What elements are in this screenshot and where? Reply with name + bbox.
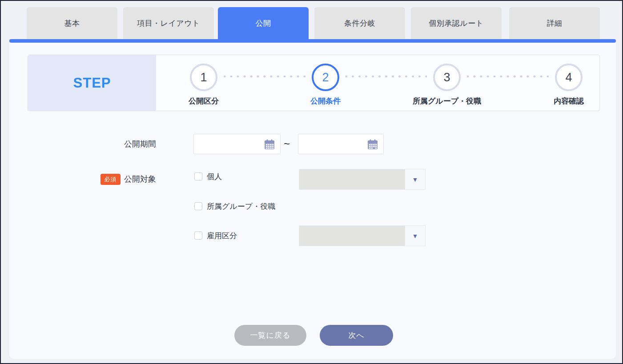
back-to-list-button[interactable]: 一覧に戻る bbox=[234, 325, 306, 346]
publish-period-label: 公開期間 bbox=[124, 134, 156, 154]
individual-dropdown[interactable]: ▼ bbox=[299, 169, 426, 190]
step-4-circle: 4 bbox=[555, 64, 583, 91]
step-2-label: 公開条件 bbox=[310, 96, 341, 106]
step-connector-2 bbox=[346, 75, 427, 78]
publish-target-label: 公開対象 bbox=[124, 169, 156, 190]
chevron-down-icon: ▼ bbox=[405, 226, 425, 246]
step-1-label: 公開区分 bbox=[189, 96, 219, 106]
required-badge: 必須 bbox=[100, 174, 121, 185]
next-button[interactable]: 次へ bbox=[320, 325, 393, 346]
tab-basic[interactable]: 基本 bbox=[27, 7, 117, 40]
tab-conditional-branch[interactable]: 条件分岐 bbox=[314, 7, 405, 40]
tab-individual-approval-route[interactable]: 個別承認ルート bbox=[411, 7, 502, 40]
employment-type-dropdown[interactable]: ▼ bbox=[299, 225, 426, 246]
checkbox-group-role-label: 所属グループ・役職 bbox=[207, 199, 275, 214]
active-tab-underline bbox=[9, 39, 616, 43]
stepper: STEP 1 2 3 4 公開区分 公開条件 所属グループ・役職 内容確認 bbox=[28, 55, 600, 111]
period-end-input[interactable] bbox=[298, 134, 384, 154]
period-start-input[interactable] bbox=[193, 134, 281, 154]
stepper-title: STEP bbox=[73, 75, 111, 91]
calendar-icon[interactable] bbox=[367, 139, 378, 150]
publish-settings-panel: STEP 1 2 3 4 公開区分 公開条件 所属グループ・役職 内容確認 公開… bbox=[9, 43, 616, 359]
checkbox-group-role[interactable] bbox=[194, 202, 202, 210]
form-settings-window: 基本 項目・レイアウト 公開 条件分岐 個別承認ルート 詳細 STEP 1 2 … bbox=[0, 0, 623, 364]
tab-details[interactable]: 詳細 bbox=[509, 7, 600, 40]
checkbox-individual-label: 個人 bbox=[207, 169, 222, 184]
tab-items-layout[interactable]: 項目・レイアウト bbox=[123, 7, 214, 40]
step-4-label: 内容確認 bbox=[554, 96, 584, 106]
period-separator: ~ bbox=[284, 134, 290, 154]
checkbox-individual[interactable] bbox=[194, 172, 202, 180]
step-3-circle: 3 bbox=[433, 64, 461, 91]
calendar-icon[interactable] bbox=[264, 139, 275, 150]
tab-publish[interactable]: 公開 bbox=[218, 7, 309, 40]
step-3-label: 所属グループ・役職 bbox=[413, 96, 481, 106]
checkbox-employment-type-label: 雇用区分 bbox=[207, 228, 237, 244]
step-connector-3 bbox=[467, 75, 549, 78]
stepper-title-box: STEP bbox=[28, 55, 156, 111]
checkbox-employment-type[interactable] bbox=[194, 232, 202, 240]
step-1-circle: 1 bbox=[190, 64, 217, 91]
step-connector-1 bbox=[224, 75, 305, 78]
chevron-down-icon: ▼ bbox=[405, 169, 425, 189]
step-2-circle: 2 bbox=[312, 64, 339, 91]
